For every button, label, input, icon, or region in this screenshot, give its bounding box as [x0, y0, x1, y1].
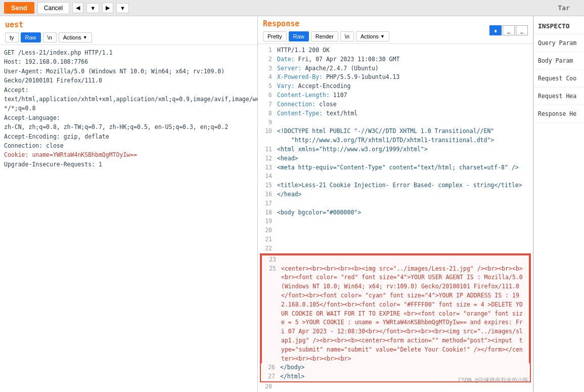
line-number: 18: [261, 208, 272, 217]
line-content: Server: Apache/2.4.7 (Ubuntu): [277, 64, 379, 73]
response-content[interactable]: 1HTTP/1.1 200 OK2Date: Fri, 07 Apr 2023 …: [258, 44, 533, 392]
inspector-item-2[interactable]: Request Coo: [534, 70, 584, 88]
response-line: 20: [258, 226, 533, 235]
line-number: 23: [265, 255, 276, 265]
request-line: */*;q=0.8: [4, 104, 253, 113]
response-actions-button[interactable]: Actions ▼: [356, 31, 389, 41]
response-line: 11<html xmlns="http://www.w3.org/1999/xh…: [258, 145, 533, 154]
request-panel-title: uest: [5, 20, 252, 29]
line-number: 25: [265, 265, 276, 364]
top-bar: Send Cancel ◀ ▼ ▶ ▼ Tar: [0, 0, 584, 16]
inspector-item-1[interactable]: Body Param: [534, 52, 584, 70]
response-line: 8Content-Type: text/html: [258, 109, 533, 118]
response-panel: Response Pretty Raw Render \n Actions ▼ …: [258, 16, 533, 392]
response-line: "http://www.w3.org/TR/xhtml1/DTD/xhtml1-…: [258, 136, 533, 145]
cancel-button[interactable]: Cancel: [37, 2, 69, 14]
response-tab-n[interactable]: \n: [340, 31, 354, 41]
line-content: </head>: [277, 190, 301, 199]
response-line: 22: [258, 244, 533, 253]
line-number: 21: [261, 235, 272, 244]
line-number: 17: [261, 199, 272, 208]
response-line: 17: [258, 199, 533, 208]
nav-down-button[interactable]: ▼: [86, 3, 99, 13]
line-content: <html xmlns="http://www.w3.org/1999/xhtm…: [277, 145, 428, 154]
request-line: Upgrade-Insecure-Requests: 1: [4, 160, 253, 169]
response-line: 19: [258, 217, 533, 226]
response-line: 12<head>: [258, 154, 533, 163]
line-number: 7: [261, 100, 272, 109]
response-line: 26</body>: [261, 363, 530, 372]
request-tab-raw[interactable]: Raw: [21, 32, 41, 42]
line-content: "http://www.w3.org/TR/xhtml1/DTD/xhtml1-…: [277, 136, 494, 145]
response-actions-label: Actions: [361, 33, 379, 39]
response-tab-pretty[interactable]: Pretty: [263, 31, 287, 41]
request-tab-pretty[interactable]: ty: [5, 32, 19, 42]
highlight-block: 2325<center><br><br><br><b><img src="../…: [260, 253, 531, 382]
inspector-item-4[interactable]: Response He: [534, 105, 584, 123]
line-content: X-Powered-By: PHP/5.5.9-1ubuntu4.13: [277, 73, 399, 82]
request-line: Host: 192.168.0.108:7766: [4, 57, 253, 66]
line-number: 4: [261, 73, 272, 82]
inspector-item-3[interactable]: Request Hea: [534, 88, 584, 105]
line-number: 16: [261, 190, 272, 199]
line-number: 8: [261, 109, 272, 118]
response-tab-render[interactable]: Render: [311, 31, 338, 41]
view-toggle-split[interactable]: ∎: [489, 25, 502, 35]
line-number: 22: [261, 244, 272, 253]
response-toolbar: Pretty Raw Render \n Actions ▼: [263, 31, 389, 41]
request-actions-label: Actions: [63, 34, 81, 40]
response-line: 10<!DOCTYPE html PUBLIC "-//W3C//DTD XHT…: [258, 127, 533, 136]
response-line: 21: [258, 235, 533, 244]
line-content: <body bgcolor="#000000">: [277, 208, 361, 217]
line-content: <meta http-equiv="Content-Type" content=…: [277, 163, 519, 172]
request-line: Accept-Encoding: gzip, deflate: [4, 132, 253, 141]
tab-label: Tar: [558, 4, 580, 12]
request-line: zh-CN, zh;q=0.8, zh-TW;q=0.7, zh-HK;q=0.…: [4, 122, 253, 132]
response-panel-header: Response Pretty Raw Render \n Actions ▼ …: [258, 16, 533, 44]
line-number: 3: [261, 64, 272, 73]
request-line: Accept-Language:: [4, 113, 253, 122]
view-toggle-single[interactable]: ⎯: [516, 25, 528, 35]
request-line: Cookie: uname=YWRtaW4nKSBhbmQgMTOyIw==: [4, 150, 253, 159]
line-number: 27: [264, 372, 275, 381]
nav-menu-button[interactable]: ▼: [116, 3, 129, 13]
line-content: Connection: close: [277, 100, 337, 109]
nav-back-button[interactable]: ◀: [72, 3, 83, 13]
request-content[interactable]: GET /Less-21/index.php HTTP/1.1Host: 192…: [0, 45, 257, 392]
line-content: <!DOCTYPE html PUBLIC "-//W3C//DTD XHTML…: [277, 127, 494, 136]
line-content: Vary: Accept-Encoding: [277, 82, 350, 91]
request-actions-button[interactable]: Actions ▼: [59, 32, 92, 42]
response-line: 15<title>Less-21 Cookie Injection- Error…: [258, 181, 533, 190]
line-number: 9: [261, 118, 272, 127]
line-content: Date: Fri, 07 Apr 2023 11:08:30 GMT: [277, 55, 399, 64]
line-number: 10: [261, 127, 272, 136]
line-number: 5: [261, 82, 272, 91]
request-line: GET /Less-21/index.php HTTP/1.1: [4, 48, 253, 57]
line-number: 13: [261, 163, 272, 172]
line-number: 19: [261, 217, 272, 226]
line-content: HTTP/1.1 200 OK: [277, 46, 330, 55]
nav-forward-button[interactable]: ▶: [102, 3, 113, 13]
view-toggle-horizontal[interactable]: ⎯: [503, 25, 515, 35]
response-line: 16</head>: [258, 190, 533, 199]
send-button[interactable]: Send: [4, 2, 34, 14]
line-content: <head>: [277, 154, 298, 163]
line-content: Content-Type: text/html: [277, 109, 357, 118]
line-content: <center><br><br><br><b><img src="../imag…: [281, 265, 526, 364]
line-number: 2: [261, 55, 272, 64]
request-line: Accept:: [4, 85, 253, 95]
response-tab-raw[interactable]: Raw: [289, 31, 309, 41]
response-line: 25<center><br><br><br><b><img src="../im…: [261, 265, 530, 364]
response-line: 5Vary: Accept-Encoding: [258, 82, 533, 91]
request-panel: uest ty Raw \n Actions ▼ GET /Less-21/in…: [0, 16, 258, 392]
response-line: 9: [258, 118, 533, 127]
request-tab-n[interactable]: \n: [43, 32, 57, 42]
inspector-item-0[interactable]: Query Param: [534, 34, 584, 52]
line-number: 12: [261, 154, 272, 163]
response-line: 18<body bgcolor="#000000">: [258, 208, 533, 217]
response-line: 4X-Powered-By: PHP/5.5.9-1ubuntu4.13: [258, 73, 533, 82]
line-number: 15: [261, 181, 272, 190]
line-number: 11: [261, 145, 272, 154]
line-content: </html>: [280, 372, 304, 381]
response-line: 13<meta http-equiv="Content-Type" conten…: [258, 163, 533, 172]
